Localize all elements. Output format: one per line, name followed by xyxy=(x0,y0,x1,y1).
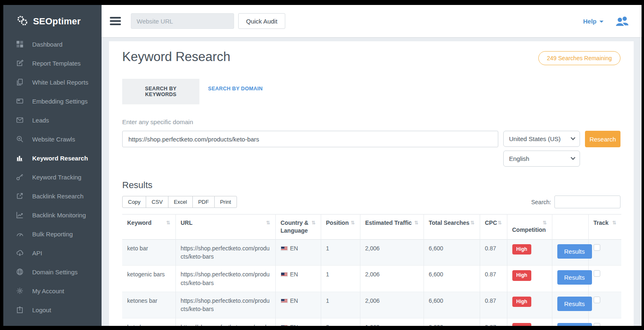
estimated-traffic-cell: 2,006 xyxy=(360,292,424,318)
sidebar-item-label: White Label Reports xyxy=(32,79,88,86)
competition-high-badge: High xyxy=(512,244,532,255)
url-cell: https://shop.perfectketo.com/products/ke… xyxy=(175,239,275,266)
column-header-country-language[interactable]: ⇅Country & Language xyxy=(275,214,321,240)
row-results-button[interactable]: Results xyxy=(557,297,592,311)
users-icon[interactable] xyxy=(614,15,629,27)
column-header-action xyxy=(552,214,588,240)
track-checkbox[interactable] xyxy=(594,270,600,277)
sidebar-item-domain-settings[interactable]: Domain Settings xyxy=(3,262,102,281)
keyword-cell: keto bars xyxy=(122,318,175,326)
language-select[interactable]: English xyxy=(503,151,580,167)
action-cell: Results xyxy=(552,318,588,326)
row-results-button[interactable]: Results xyxy=(557,323,592,326)
track-checkbox[interactable] xyxy=(594,297,600,303)
country-select[interactable]: United States (US) xyxy=(503,131,580,147)
row-results-button[interactable]: Results xyxy=(557,270,592,285)
sidebar-item-backlink-monitoring[interactable]: Backlink Monitoring xyxy=(3,205,102,224)
sidebar-item-bulk-reporting[interactable]: Bulk Reporting xyxy=(3,224,102,243)
sidebar-item-report-templates[interactable]: Report Templates xyxy=(3,54,102,73)
sidebar-item-website-crawls[interactable]: Website Crawls xyxy=(3,130,102,148)
track-cell xyxy=(588,266,621,292)
sidebar-item-backlink-research[interactable]: Backlink Research xyxy=(3,186,102,205)
dashboard-icon xyxy=(16,40,24,48)
app-window: SEOptimer Dashboard Report Templates Whi… xyxy=(3,5,642,326)
sidebar-item-leads[interactable]: Leads xyxy=(3,111,102,130)
sort-icon: ⇅ xyxy=(166,219,170,226)
csv-button[interactable]: CSV xyxy=(146,196,168,208)
total-searches-cell: 6,600 xyxy=(424,239,480,266)
column-header-url[interactable]: ⇅URL xyxy=(175,214,275,240)
keyword-cell: keto bar xyxy=(122,239,175,266)
keyword-research-panel: Keyword Research 249 Searches Remaining … xyxy=(109,41,634,326)
sort-icon: ⇅ xyxy=(542,219,547,226)
column-header-position[interactable]: ⇅Position xyxy=(321,214,360,240)
sidebar-item-label: Domain Settings xyxy=(32,269,78,276)
backlink-research-icon xyxy=(16,192,24,200)
excel-button[interactable]: Excel xyxy=(168,196,193,208)
competition-high-badge: High xyxy=(512,297,532,307)
table-search-input[interactable] xyxy=(554,196,620,208)
track-checkbox[interactable] xyxy=(594,323,600,326)
sidebar-item-my-account[interactable]: My Account xyxy=(3,281,102,300)
results-heading: Results xyxy=(122,180,620,191)
url-cell: https://shop.perfectketo.com/products/ke… xyxy=(175,292,275,318)
sidebar-item-label: Report Templates xyxy=(32,60,80,67)
sort-icon: ⇅ xyxy=(612,219,616,226)
sidebar-item-label: Logout xyxy=(32,306,51,314)
domain-input[interactable] xyxy=(122,131,498,147)
hamburger-menu-icon[interactable] xyxy=(110,15,121,27)
column-header-keyword[interactable]: ⇅Keyword xyxy=(122,214,175,240)
cpc-cell: 0.87 xyxy=(480,239,507,266)
cpc-cell: 0.87 xyxy=(480,266,507,292)
competition-high-badge: High xyxy=(512,323,532,326)
table-search-label: Search: xyxy=(531,199,551,205)
column-header-cpc[interactable]: ⇅CPC xyxy=(480,214,507,240)
sort-icon: ⇅ xyxy=(470,219,474,226)
website-url-input[interactable] xyxy=(131,13,234,29)
copy-button[interactable]: Copy xyxy=(122,196,146,208)
column-header-total-searches[interactable]: ⇅Total Searches xyxy=(424,214,480,240)
column-header-track[interactable]: ⇅Track xyxy=(588,214,621,240)
tab-search-by-domain[interactable]: SEARCH BY DOMAIN xyxy=(199,79,272,104)
keyword-cell: ketones bar xyxy=(122,292,175,318)
sidebar-item-logout[interactable]: Logout xyxy=(3,300,102,319)
competition-cell: High xyxy=(507,266,552,292)
api-icon xyxy=(16,249,24,257)
sidebar-item-label: Embedding Settings xyxy=(32,98,88,105)
sort-icon: ⇅ xyxy=(414,219,418,226)
row-results-button[interactable]: Results xyxy=(557,244,592,259)
sidebar-item-white-label-reports[interactable]: White Label Reports xyxy=(3,73,102,92)
sidebar-item-keyword-research[interactable]: Keyword Research xyxy=(3,148,102,167)
sidebar-item-label: Keyword Tracking xyxy=(32,174,81,181)
tab-search-by-keywords[interactable]: SEARCH BY KEYWORDS xyxy=(122,79,199,104)
logout-icon xyxy=(16,306,24,314)
competition-cell: High xyxy=(507,239,552,266)
backlink-monitoring-icon xyxy=(16,211,24,219)
sidebar-item-dashboard[interactable]: Dashboard xyxy=(3,35,102,54)
sidebar-item-keyword-tracking[interactable]: Keyword Tracking xyxy=(3,167,102,186)
white-label-reports-icon xyxy=(16,78,24,86)
seoptimer-logo-icon xyxy=(16,14,29,29)
sidebar-item-api[interactable]: API xyxy=(3,243,102,262)
column-header-estimated-traffic[interactable]: ⇅Estimated Traffic xyxy=(360,214,424,240)
competition-high-badge: High xyxy=(512,270,532,280)
embedding-settings-icon xyxy=(16,97,24,105)
pdf-button[interactable]: PDF xyxy=(192,196,215,208)
action-cell: Results xyxy=(552,266,588,292)
column-header-competition[interactable]: ⇅Competition xyxy=(507,214,552,240)
us-flag-icon xyxy=(281,272,288,277)
country-language-cell: EN xyxy=(275,318,321,326)
page-title: Keyword Research xyxy=(122,50,230,64)
research-button[interactable]: Research xyxy=(585,131,620,147)
sidebar-item-label: Bulk Reporting xyxy=(32,231,73,238)
table-row: keto bar https://shop.perfectketo.com/pr… xyxy=(122,239,621,266)
quick-audit-button[interactable]: Quick Audit xyxy=(238,13,285,29)
seoptimer-logo[interactable]: SEOptimer xyxy=(3,5,102,35)
track-checkbox[interactable] xyxy=(594,244,600,251)
help-menu[interactable]: Help xyxy=(583,18,604,25)
total-searches-cell: 6,600 xyxy=(424,292,480,318)
sort-icon: ⇅ xyxy=(266,219,270,226)
sidebar-item-embedding-settings[interactable]: Embedding Settings xyxy=(3,92,102,111)
report-templates-icon xyxy=(16,59,24,67)
print-button[interactable]: Print xyxy=(214,196,237,208)
